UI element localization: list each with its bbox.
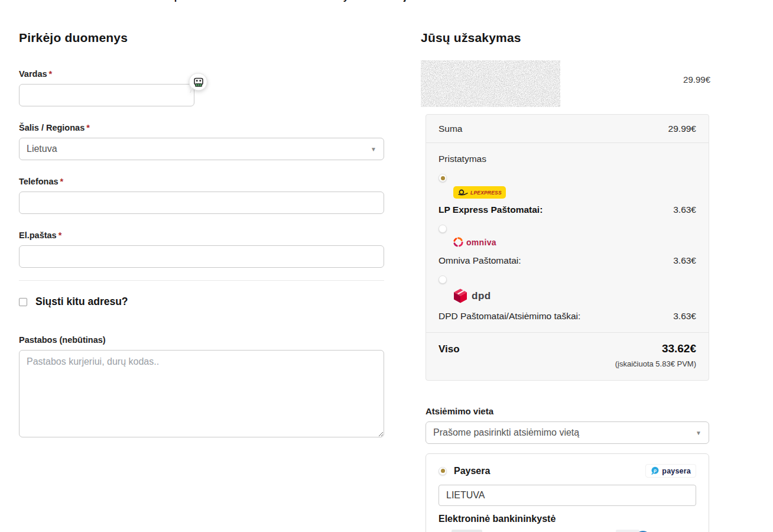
ebanking-section-label: Elektroninė bankininkystė [439, 514, 696, 524]
payment-method-box: Paysera ρ paysera LIETUVA Elektroninė ba… [426, 453, 709, 532]
paysera-logo: ρ paysera [645, 464, 696, 478]
shipping-radio-dpd[interactable] [439, 275, 447, 284]
product-image [421, 60, 560, 107]
shipping-option-price: 3.63€ [673, 205, 696, 215]
posthorn-icon [457, 189, 469, 196]
required-asterisk: * [60, 177, 64, 186]
notes-label: Pastabos (nebūtinas) [19, 335, 384, 345]
country-region-select[interactable]: Lietuva ▼ [19, 138, 384, 160]
shipping-option-row: DPD Paštomatai/Atsiėmimo taškai: 3.63€ [439, 311, 696, 322]
shipping-option-name: Omniva Paštomatai: [439, 255, 521, 266]
pickup-location-label: Atsiėmimo vieta [426, 406, 710, 416]
dpd-cube-icon [453, 288, 467, 304]
svg-text:ρ: ρ [654, 468, 657, 473]
total-row: Viso 33.62€ (įskaičiuota 5.83€ PVM) [426, 332, 709, 380]
total-value: 33.62€ [615, 342, 696, 355]
line-item-price: 29.99€ [683, 74, 710, 85]
shipping-option-row: Omniva Paštomatai: 3.63€ [439, 255, 696, 266]
shipping-section: Pristatymas LPEXPRESS LP Express Paštoma… [426, 143, 709, 322]
form-divider [19, 280, 384, 281]
payment-country-value: LIETUVA [446, 490, 485, 501]
dpd-wordmark: dpd [472, 290, 491, 302]
pickup-location-select[interactable]: Prašome pasirinkti atsiėmimo vietą ▼ [426, 421, 709, 444]
order-line-item: 29.99€ [421, 60, 710, 107]
ship-other-address-label: Siųsti kitu adresu? [35, 296, 128, 308]
el-pastas-input[interactable] [19, 245, 384, 268]
buyer-form-title: Pirkėjo duomenys [19, 31, 384, 45]
subtotal-row: Suma 29.99€ [426, 115, 709, 143]
salis-label-text: Šalis / Regionas [19, 123, 85, 132]
telefonas-label: Telefonas* [19, 177, 384, 186]
shipping-option-name: DPD Paštomatai/Atsiėmimo taškai: [439, 311, 580, 322]
vardas-input[interactable] [19, 84, 194, 106]
vardas-label-text: Vardas [19, 69, 47, 79]
omniva-wordmark: omniva [466, 238, 496, 247]
shipping-option-price: 3.63€ [673, 311, 696, 322]
payment-method-row[interactable]: Paysera ρ paysera [439, 464, 696, 478]
country-region-value: Lietuva [27, 144, 57, 154]
chevron-down-icon: ▼ [371, 146, 376, 153]
order-section: Jūsų užsakymas 29.99€ [421, 0, 710, 532]
el-pastas-label: El.paštas* [19, 231, 384, 240]
notes-textarea[interactable] [19, 350, 384, 437]
shipping-radio-omniva[interactable] [439, 225, 447, 233]
checkout-page: Krepšelis Pristatymas ir mokėjimas Patvi… [0, 0, 773, 532]
subtotal-value: 29.99€ [668, 124, 696, 134]
ship-other-address-checkbox[interactable] [19, 298, 27, 306]
shipping-radio-lpexpress[interactable] [439, 174, 447, 182]
robot-icon [188, 72, 209, 95]
bank-logo-partial[interactable] [452, 530, 482, 532]
buyer-form-section: Pirkėjo duomenys Vardas* Šalis / Regiona… [19, 0, 384, 440]
omniva-icon [453, 237, 463, 247]
required-asterisk: * [59, 231, 62, 240]
chevron-down-icon: ▼ [696, 430, 701, 436]
total-label: Viso [439, 342, 460, 368]
pickup-location-value: Prašome pasirinkti atsiėmimo vietą [433, 427, 579, 438]
salis-label: Šalis / Regionas* [19, 123, 384, 132]
password-manager-robot-icon[interactable] [188, 72, 209, 95]
order-summary-box: Suma 29.99€ Pristatymas LPEXPRESS [426, 114, 709, 381]
paysera-icon: ρ [651, 466, 660, 475]
order-title: Jūsų užsakymas [421, 31, 710, 45]
payment-radio-paysera[interactable] [439, 467, 447, 475]
telefonas-input[interactable] [19, 192, 384, 214]
shipping-option-name: LP Express Paštomatai: [439, 205, 543, 215]
required-asterisk: * [49, 69, 53, 79]
vat-note: (įskaičiuota 5.83€ PVM) [615, 359, 696, 368]
bank-options-partial [439, 530, 696, 532]
dpd-logo[interactable]: dpd [453, 288, 491, 304]
shipping-option-price: 3.63€ [673, 255, 696, 266]
payment-method-name: Paysera [454, 466, 490, 476]
bank-logo-partial[interactable] [616, 530, 639, 532]
omniva-logo[interactable]: omniva [453, 237, 496, 247]
payment-country-select[interactable]: LIETUVA [439, 485, 696, 506]
lpexpress-wordmark: LPEXPRESS [470, 190, 502, 196]
required-asterisk: * [86, 123, 90, 132]
shipping-section-label: Pristatymas [439, 154, 696, 164]
lpexpress-logo[interactable]: LPEXPRESS [453, 186, 506, 199]
shipping-option-row: LP Express Paštomatai: 3.63€ [439, 205, 696, 215]
subtotal-label: Suma [439, 124, 463, 134]
telefonas-label-text: Telefonas [19, 177, 59, 186]
ship-other-address-row[interactable]: Siųsti kitu adresu? [19, 296, 384, 308]
paysera-wordmark: paysera [662, 467, 691, 475]
el-pastas-label-text: El.paštas [19, 231, 57, 240]
